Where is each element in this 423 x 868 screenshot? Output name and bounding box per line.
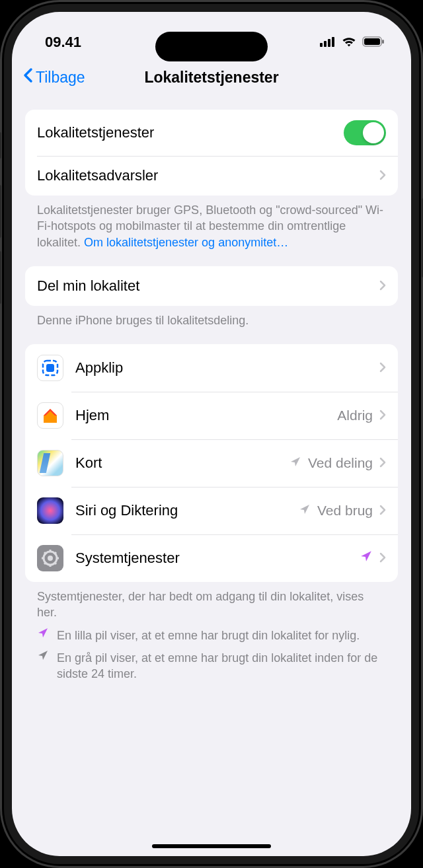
- group-apps-footer: Systemtjenester, der har bedt om adgang …: [25, 582, 398, 621]
- row-app-home[interactable]: Hjem Aldrig: [25, 392, 398, 439]
- chevron-right-icon: [379, 407, 386, 424]
- screen: 09.41 Tilbage Lokalitetstjenest: [12, 12, 411, 856]
- device-frame: 09.41 Tilbage Lokalitetstjenest: [0, 0, 423, 868]
- back-button[interactable]: Tilbage: [22, 67, 85, 87]
- row-label: Lokalitetsadvarsler: [37, 167, 379, 184]
- location-arrow-gray-icon: [299, 502, 311, 519]
- row-detail: Ved brug: [317, 503, 373, 519]
- page-title: Lokalitetstjenester: [144, 69, 278, 87]
- battery-icon: [362, 34, 385, 51]
- row-detail: Ved deling: [308, 455, 373, 471]
- wifi-icon: [341, 34, 357, 51]
- chevron-right-icon: [379, 454, 386, 472]
- row-app-siri[interactable]: Siri og Diktering Ved brug: [25, 487, 398, 534]
- svg-rect-6: [382, 40, 384, 44]
- location-arrow-gray-icon: [289, 454, 301, 472]
- chevron-right-icon: [379, 550, 386, 567]
- row-label: Systemtjenester: [75, 550, 360, 567]
- toggle-on[interactable]: [344, 120, 386, 145]
- row-app-appclip[interactable]: Appklip: [25, 344, 398, 392]
- row-share-location[interactable]: Del min lokalitet: [25, 266, 398, 306]
- svg-rect-5: [364, 38, 380, 45]
- group-share: Del min lokalitet: [25, 266, 398, 306]
- status-time: 09.41: [45, 34, 81, 51]
- legend-text: En grå pil viser, at et emne har brugt d…: [57, 650, 386, 682]
- siri-icon: [37, 497, 63, 524]
- chevron-right-icon: [379, 277, 386, 295]
- volume-up-button: [0, 185, 1, 238]
- toggle-knob: [363, 122, 384, 143]
- group-main-footer: Lokalitetstjenester bruger GPS, Bluetoot…: [25, 196, 398, 250]
- dynamic-island: [155, 32, 268, 61]
- group-main: Lokalitetstjenester Lokalitetsadvarsler: [25, 110, 398, 196]
- content: Lokalitetstjenester Lokalitetsadvarsler …: [12, 110, 411, 702]
- svg-rect-0: [320, 43, 323, 47]
- legend-text: En lilla pil viser, at et emne har brugt…: [57, 628, 360, 643]
- privacy-link[interactable]: Om lokalitetstjenester og anonymitet…: [84, 236, 288, 249]
- row-label: Del min lokalitet: [37, 277, 379, 295]
- nav-bar: Tilbage Lokalitetstjenester: [12, 58, 411, 100]
- location-arrow-purple-icon: [37, 627, 49, 642]
- row-app-maps[interactable]: Kort Ved deling: [25, 439, 398, 487]
- svg-rect-8: [46, 364, 54, 372]
- group-share-footer: Denne iPhone bruges til lokalitetsdeling…: [25, 306, 398, 328]
- svg-line-16: [54, 562, 56, 564]
- group-apps: Appklip Hjem Aldrig Kort: [25, 344, 398, 582]
- gear-icon: [37, 545, 63, 571]
- location-arrow-gray-icon: [37, 649, 49, 665]
- row-system-services[interactable]: Systemtjenester: [25, 534, 398, 582]
- svg-rect-3: [332, 37, 334, 47]
- row-location-alerts[interactable]: Lokalitetsadvarsler: [25, 156, 398, 196]
- maps-icon: [37, 450, 63, 476]
- row-location-services-toggle[interactable]: Lokalitetstjenester: [25, 110, 398, 156]
- legend-purple: En lilla pil viser, at et emne har brugt…: [25, 621, 398, 643]
- cellular-icon: [320, 34, 336, 51]
- svg-line-17: [44, 562, 46, 564]
- row-label: Siri og Diktering: [75, 502, 299, 519]
- row-label: Kort: [75, 454, 289, 472]
- chevron-left-icon: [22, 67, 33, 87]
- home-icon: [37, 402, 63, 429]
- svg-rect-1: [324, 41, 327, 47]
- svg-line-15: [44, 552, 46, 554]
- row-label: Lokalitetstjenester: [37, 124, 344, 141]
- svg-line-18: [54, 552, 56, 554]
- location-arrow-purple-icon: [360, 550, 373, 567]
- back-label: Tilbage: [36, 69, 85, 87]
- row-label: Appklip: [75, 359, 379, 377]
- legend-gray: En grå pil viser, at et emne har brugt d…: [25, 643, 398, 682]
- volume-down-button: [0, 251, 1, 304]
- appclip-icon: [37, 355, 63, 381]
- svg-point-10: [48, 556, 53, 561]
- chevron-right-icon: [379, 167, 386, 184]
- home-indicator[interactable]: [152, 844, 271, 848]
- chevron-right-icon: [379, 359, 386, 377]
- chevron-right-icon: [379, 502, 386, 519]
- row-detail: Aldrig: [337, 408, 373, 423]
- svg-rect-2: [328, 39, 330, 47]
- row-label: Hjem: [75, 407, 337, 424]
- silent-switch: [0, 132, 1, 159]
